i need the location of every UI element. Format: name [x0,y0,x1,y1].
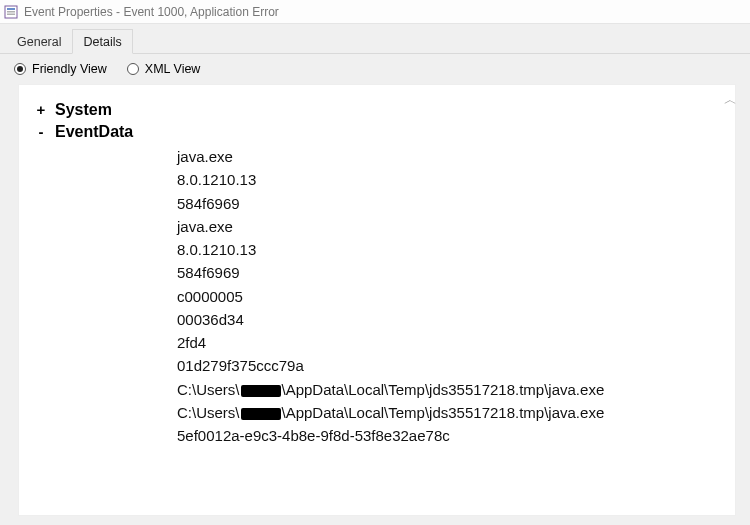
data-value: 584f6969 [177,261,725,284]
window-title: Event Properties - Event 1000, Applicati… [24,5,279,19]
details-panel: ︿ + System - EventData java.exe 8.0.1210… [18,84,736,516]
data-value: java.exe [177,145,725,168]
radio-xml-view[interactable]: XML View [127,62,201,76]
tree-node-eventdata[interactable]: - EventData [35,123,725,141]
radio-friendly-view[interactable]: Friendly View [14,62,107,76]
tab-general[interactable]: General [6,29,72,54]
data-value: 8.0.1210.13 [177,168,725,191]
eventdata-values: java.exe 8.0.1210.13 584f6969 java.exe 8… [177,145,725,447]
collapse-toggle-icon[interactable]: - [35,123,47,140]
data-value: 8.0.1210.13 [177,238,725,261]
tab-details[interactable]: Details [72,29,132,54]
titlebar: Event Properties - Event 1000, Applicati… [0,0,750,24]
data-value: c0000005 [177,285,725,308]
expand-toggle-icon[interactable]: + [35,101,47,118]
radio-label: Friendly View [32,62,107,76]
data-value: java.exe [177,215,725,238]
radio-icon [127,63,139,75]
redacted-text [241,385,281,397]
svg-rect-1 [7,8,15,10]
svg-rect-3 [7,13,15,15]
data-value: 5ef0012a-e9c3-4b8e-9f8d-53f8e32ae78c [177,424,725,447]
node-label: System [55,101,112,119]
chevron-up-icon[interactable]: ︿ [724,91,737,109]
redacted-text [241,408,281,420]
radio-icon [14,63,26,75]
data-value: 00036d34 [177,308,725,331]
view-mode-row: Friendly View XML View [0,54,750,84]
data-value: 584f6969 [177,192,725,215]
tabstrip: General Details [0,24,750,54]
svg-rect-2 [7,11,15,13]
content-wrap: ︿ + System - EventData java.exe 8.0.1210… [18,84,736,516]
tree-node-system[interactable]: + System [35,101,725,119]
window-icon [4,5,18,19]
data-value: 2fd4 [177,331,725,354]
data-value: C:\Users\\AppData\Local\Temp\jds35517218… [177,401,725,424]
node-label: EventData [55,123,133,141]
data-value: 01d279f375ccc79a [177,354,725,377]
data-value: C:\Users\\AppData\Local\Temp\jds35517218… [177,378,725,401]
radio-label: XML View [145,62,201,76]
